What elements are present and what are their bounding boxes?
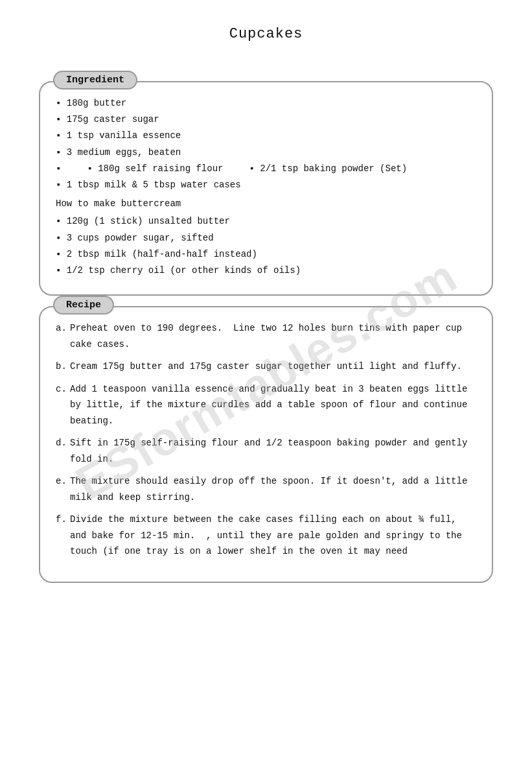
buttercream-list: 120g (1 stick) unsalted butter 3 cups po…: [56, 213, 476, 279]
recipe-step-f: f. Divide the mixture between the cake c…: [56, 512, 476, 560]
step-text-c: Add 1 teaspoon vanilla essence and gradu…: [70, 381, 476, 429]
ingredient-section: Ingredient 180g butter 175g caster sugar…: [39, 81, 493, 296]
step-letter-a: a.: [56, 320, 70, 337]
recipe-step-a: a. Preheat oven to 190 degrees. Line two…: [56, 320, 476, 352]
list-item: 1 tsp vanilla essence: [56, 128, 476, 144]
recipe-step-b: b. Cream 175g butter and 175g caster sug…: [56, 359, 476, 375]
step-text-f: Divide the mixture between the cake case…: [70, 512, 476, 560]
step-text-a: Preheat oven to 190 degrees. Line two 12…: [70, 320, 476, 352]
step-letter-f: f.: [56, 512, 70, 528]
step-text-e: The mixture should easily drop off the s…: [70, 473, 476, 505]
ingredient-list: 180g butter 175g caster sugar 1 tsp vani…: [56, 95, 476, 193]
step-letter-c: c.: [56, 381, 70, 397]
ingredient-label: Ingredient: [53, 71, 137, 89]
buttercream-note: How to make buttercream: [56, 196, 476, 212]
step-letter-e: e.: [56, 473, 70, 490]
recipe-step-c: c. Add 1 teaspoon vanilla essence and gr…: [56, 381, 476, 429]
page-title: Cupcakes: [39, 26, 493, 42]
step-letter-d: d.: [56, 435, 70, 451]
recipe-step-e: e. The mixture should easily drop off th…: [56, 473, 476, 505]
recipe-section: Recipe a. Preheat oven to 190 degrees. L…: [39, 306, 493, 583]
step-text-d: Sift in 175g self-raising flour and 1/2 …: [70, 435, 476, 467]
list-item: 3 cups powder sugar, sifted: [56, 230, 476, 246]
list-item: 175g caster sugar: [56, 112, 476, 128]
list-item: 120g (1 stick) unsalted butter: [56, 213, 476, 230]
list-item: 3 medium eggs, beaten: [56, 145, 476, 161]
list-item: 1 tbsp milk & 5 tbsp water cases: [56, 177, 476, 193]
recipe-steps: a. Preheat oven to 190 degrees. Line two…: [56, 320, 476, 560]
list-item: 1/2 tsp cherry oil (or other kinds of oi…: [56, 263, 476, 279]
step-letter-b: b.: [56, 359, 70, 375]
list-item: 2 tbsp milk (half-and-half instead): [56, 246, 476, 263]
list-item: ▪ 180g self raising flour ▪ 2/1 tsp baki…: [56, 161, 476, 177]
recipe-label: Recipe: [53, 296, 114, 314]
recipe-step-d: d. Sift in 175g self-raising flour and 1…: [56, 435, 476, 467]
list-item: 180g butter: [56, 95, 476, 112]
step-text-b: Cream 175g butter and 175g caster sugar …: [70, 359, 476, 375]
